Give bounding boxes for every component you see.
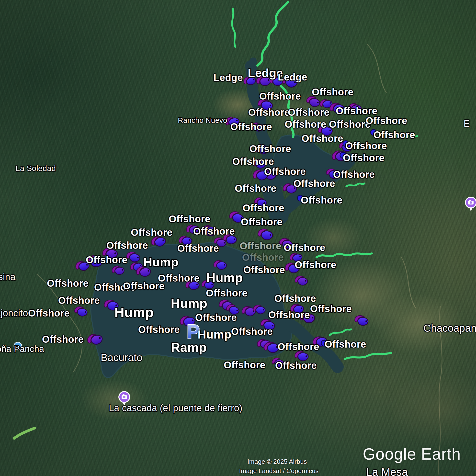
- place-label-la-cascada-el-puente-de-fierro: La cascada (el puente de fierro): [109, 403, 242, 413]
- spot-label-offshore[interactable]: Offshore: [374, 129, 415, 140]
- spot-label-offshore[interactable]: Offshore: [336, 105, 378, 117]
- spot-label-offshore[interactable]: Offshore: [366, 115, 408, 126]
- spot-label-hump[interactable]: Hump: [143, 255, 179, 269]
- spot-label-offshore[interactable]: Offshore: [329, 119, 371, 130]
- spot-label-offshore[interactable]: Offshore: [293, 178, 335, 189]
- spot-label-hump[interactable]: Hump: [206, 270, 243, 285]
- spot-label-offshore[interactable]: Offshore: [195, 312, 237, 323]
- spot-label-offshore[interactable]: Offshore: [243, 264, 285, 275]
- spot-label-offshore[interactable]: Offshore: [28, 308, 70, 319]
- google-earth-map-view[interactable]: P LedgeLedgeLedgeOffshoreOffshoreOffshor…: [0, 0, 476, 476]
- spot-label-offshore[interactable]: Offshore: [235, 183, 277, 194]
- spot-label-offshore[interactable]: Offshore: [250, 143, 291, 154]
- spot-label-offshore[interactable]: Offshore: [42, 334, 84, 345]
- place-label-la-mesa: La Mesa: [366, 466, 408, 476]
- fish-marker[interactable]: [256, 227, 274, 242]
- spot-label-offshore[interactable]: Offshore: [243, 203, 285, 214]
- spot-label-offshore[interactable]: Offshore: [131, 227, 173, 238]
- spot-label-offshore[interactable]: Offshore: [288, 107, 330, 118]
- spot-label-offshore[interactable]: Offshore: [169, 214, 211, 224]
- place-label-sina: sina: [0, 272, 16, 282]
- spot-label-hump[interactable]: Hump: [171, 296, 207, 311]
- spot-label-offshore[interactable]: Offshore: [285, 119, 326, 130]
- place-label-la-soledad: La Soledad: [16, 164, 56, 173]
- spot-label-offshore[interactable]: Offshore: [259, 91, 301, 102]
- logo-earth-text: Earth: [416, 445, 461, 463]
- spot-label-offshore[interactable]: Offshore: [324, 339, 366, 350]
- fish-marker[interactable]: [73, 304, 89, 318]
- imagery-attribution-line2: Image Landsat / Copernicus: [239, 467, 319, 475]
- fish-marker[interactable]: [213, 258, 228, 272]
- spot-label-offshore[interactable]: Offshore: [310, 303, 352, 314]
- fish-marker[interactable]: [252, 303, 266, 316]
- spot-label-offshore[interactable]: Offshore: [274, 293, 316, 304]
- spot-label-offshore[interactable]: Offshore: [86, 255, 128, 265]
- spot-label-offshore[interactable]: Offshore: [138, 324, 180, 335]
- spot-label-ledge[interactable]: Ledge: [278, 72, 307, 83]
- spot-label-hump[interactable]: Hump: [115, 304, 154, 320]
- fish-marker[interactable]: [354, 313, 370, 327]
- spot-label-offshore[interactable]: Offshore: [302, 133, 343, 144]
- spot-label-offshore[interactable]: Offshore: [301, 195, 343, 206]
- spot-label-offshore[interactable]: Offshore: [275, 360, 317, 371]
- fish-marker[interactable]: [294, 274, 309, 287]
- spot-label-offshore[interactable]: Offshore: [312, 86, 354, 98]
- spot-label-ramp[interactable]: Ramp: [171, 340, 207, 355]
- spot-label-offshore[interactable]: Offshore: [177, 243, 219, 254]
- spot-label-offshore[interactable]: Offshore: [230, 121, 272, 132]
- place-label-o-a-pancha: oña Pancha: [0, 344, 44, 354]
- place-label-chacoapan: Chacoapan: [424, 323, 476, 334]
- spot-label-offshore[interactable]: Offshore: [345, 140, 387, 152]
- place-label-ajoncito: ajoncito: [0, 308, 28, 319]
- place-label-rancho-nuevo: Rancho Nuevo: [178, 116, 227, 124]
- spot-label-offshore[interactable]: Offshore: [241, 217, 283, 227]
- photo-camera-pin[interactable]: [464, 196, 476, 213]
- spot-label-offshore[interactable]: Offshore: [284, 242, 325, 253]
- place-label-e: E: [463, 119, 470, 129]
- spot-label-offshore[interactable]: Offshore: [224, 359, 266, 371]
- spot-label-offshore[interactable]: Offshore: [240, 240, 282, 252]
- spot-label-ledge[interactable]: Ledge: [214, 72, 243, 83]
- imagery-attribution-line1: Image © 2025 Airbus: [247, 458, 307, 465]
- spot-label-offshore[interactable]: Offshore: [248, 107, 290, 118]
- place-label-bacurato: Bacurato: [101, 352, 143, 363]
- spot-label-offshore[interactable]: Offshore: [268, 309, 310, 321]
- fish-marker[interactable]: [111, 263, 126, 277]
- spot-label-offshore[interactable]: Offshore: [231, 326, 273, 337]
- spot-label-offshore[interactable]: Offshore: [295, 259, 337, 270]
- spot-label-hump[interactable]: Hump: [198, 328, 231, 341]
- spot-label-offshore[interactable]: Offshore: [106, 240, 148, 251]
- spot-label-offshore[interactable]: Offshore: [343, 153, 385, 163]
- spot-label-offshore[interactable]: Offshore: [333, 169, 375, 180]
- google-earth-logo: Google Earth: [363, 445, 461, 463]
- spot-label-offshore[interactable]: Offshore: [242, 252, 284, 263]
- spot-label-offshore[interactable]: Offshore: [193, 226, 235, 237]
- spot-label-offshore[interactable]: Offshore: [206, 288, 248, 299]
- spot-label-offshore[interactable]: Offshore: [264, 166, 306, 177]
- spot-label-offshore[interactable]: Offshore: [47, 278, 89, 289]
- logo-google-text: Google: [363, 445, 416, 463]
- spot-label-offshore[interactable]: Offshore: [123, 281, 165, 291]
- spot-label-offshore[interactable]: Offshore: [232, 156, 274, 167]
- spot-label-offshore[interactable]: Offshore: [58, 295, 100, 306]
- spot-label-offshore[interactable]: Offshore: [278, 341, 320, 352]
